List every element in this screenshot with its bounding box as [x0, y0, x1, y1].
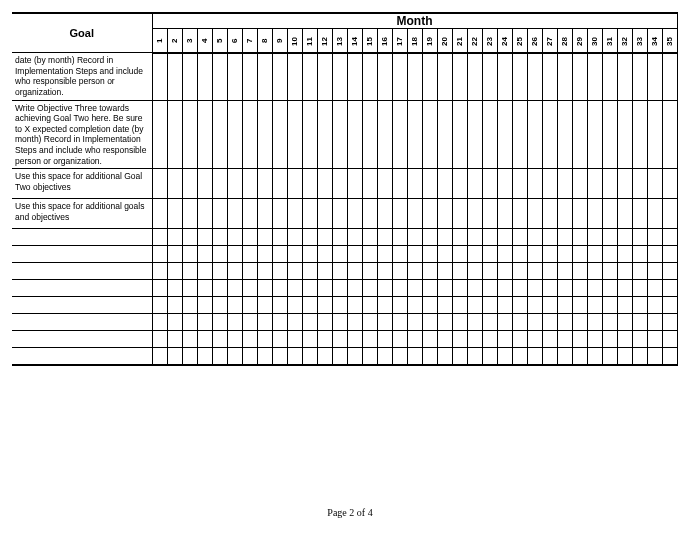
month-cell [317, 263, 332, 280]
month-cell [662, 53, 677, 101]
month-cell [377, 348, 392, 365]
month-cell [407, 100, 422, 169]
month-col-13: 13 [332, 29, 347, 53]
month-cell [512, 280, 527, 297]
month-cell [182, 246, 197, 263]
month-cell [542, 314, 557, 331]
month-cell [527, 100, 542, 169]
month-col-15: 15 [362, 29, 377, 53]
month-cell [362, 331, 377, 348]
month-cell [542, 331, 557, 348]
month-col-16: 16 [377, 29, 392, 53]
month-col-33: 33 [632, 29, 647, 53]
month-cell [482, 53, 497, 101]
month-cell [197, 229, 212, 246]
month-cell [467, 199, 482, 229]
month-col-28: 28 [557, 29, 572, 53]
month-col-2: 2 [167, 29, 182, 53]
goal-header: Goal [12, 13, 152, 53]
month-cell [467, 246, 482, 263]
month-cell [347, 229, 362, 246]
month-cell [497, 263, 512, 280]
month-cell [422, 169, 437, 199]
month-cell [152, 229, 167, 246]
month-cell [527, 169, 542, 199]
month-cell [272, 246, 287, 263]
month-cell [212, 53, 227, 101]
month-cell [647, 297, 662, 314]
month-cell [257, 100, 272, 169]
month-cell [452, 100, 467, 169]
month-cell [227, 348, 242, 365]
month-cell [167, 169, 182, 199]
month-cell [617, 100, 632, 169]
month-cell [572, 331, 587, 348]
month-cell [152, 280, 167, 297]
page-footer: Page 2 of 4 [0, 507, 700, 518]
month-cell [572, 53, 587, 101]
month-cell [197, 100, 212, 169]
month-cell [512, 53, 527, 101]
month-cell [257, 229, 272, 246]
month-cell [602, 331, 617, 348]
month-cell [182, 297, 197, 314]
month-cell [662, 100, 677, 169]
month-cell [182, 263, 197, 280]
month-cell [482, 263, 497, 280]
month-cell [407, 229, 422, 246]
month-col-24: 24 [497, 29, 512, 53]
month-cell [332, 229, 347, 246]
month-cell [227, 331, 242, 348]
month-cell [362, 100, 377, 169]
month-cell [272, 331, 287, 348]
month-cell [572, 199, 587, 229]
month-cell [332, 53, 347, 101]
month-cell [587, 348, 602, 365]
month-cell [212, 229, 227, 246]
month-cell [632, 199, 647, 229]
month-cell [557, 199, 572, 229]
month-cell [152, 169, 167, 199]
month-cell [287, 229, 302, 246]
month-cell [377, 246, 392, 263]
month-cell [392, 280, 407, 297]
month-cell [362, 263, 377, 280]
month-cell [422, 263, 437, 280]
month-cell [617, 246, 632, 263]
month-cell [497, 229, 512, 246]
month-cell [482, 169, 497, 199]
month-cell [542, 280, 557, 297]
month-cell [317, 331, 332, 348]
month-cell [257, 348, 272, 365]
goal-cell [12, 229, 152, 246]
month-col-9: 9 [272, 29, 287, 53]
month-cell [422, 229, 437, 246]
month-cell [647, 331, 662, 348]
month-cell [632, 314, 647, 331]
month-cell [527, 314, 542, 331]
month-cell [347, 246, 362, 263]
month-cell [167, 263, 182, 280]
month-cell [572, 314, 587, 331]
month-cell [317, 229, 332, 246]
month-cell [182, 280, 197, 297]
month-cell [407, 297, 422, 314]
goal-cell [12, 331, 152, 348]
month-cell [197, 348, 212, 365]
month-cell [422, 297, 437, 314]
goal-cell [12, 314, 152, 331]
month-cell [332, 100, 347, 169]
month-cell [662, 263, 677, 280]
month-cell [467, 263, 482, 280]
month-cell [422, 280, 437, 297]
month-cell [587, 263, 602, 280]
month-cell [557, 348, 572, 365]
month-cell [182, 169, 197, 199]
month-cell [227, 263, 242, 280]
month-cell [242, 263, 257, 280]
table-row [12, 314, 677, 331]
month-col-18: 18 [407, 29, 422, 53]
header-row-1: Goal Month [12, 13, 677, 29]
month-cell [647, 280, 662, 297]
month-cell [662, 199, 677, 229]
